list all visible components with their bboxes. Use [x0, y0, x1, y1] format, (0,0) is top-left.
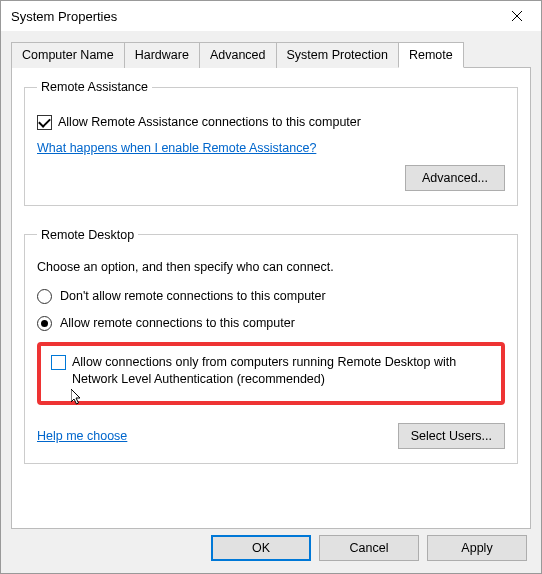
tab-strip: Computer Name Hardware Advanced System P…: [11, 41, 531, 68]
allow-remote-assistance-label: Allow Remote Assistance connections to t…: [58, 114, 361, 131]
remote-desktop-legend: Remote Desktop: [37, 228, 138, 242]
disallow-remote-label: Don't allow remote connections to this c…: [60, 288, 326, 305]
window-title: System Properties: [11, 9, 117, 24]
titlebar: System Properties: [1, 1, 541, 31]
cancel-button[interactable]: Cancel: [319, 535, 419, 561]
allow-remote-assistance-checkbox[interactable]: [37, 115, 52, 130]
allow-remote-assistance-row[interactable]: Allow Remote Assistance connections to t…: [37, 114, 505, 131]
remote-desktop-group: Remote Desktop Choose an option, and the…: [24, 228, 518, 465]
nla-checkbox[interactable]: [51, 355, 66, 370]
nla-checkbox-label: Allow connections only from computers ru…: [72, 354, 491, 388]
disallow-remote-radio[interactable]: [37, 289, 52, 304]
disallow-remote-option[interactable]: Don't allow remote connections to this c…: [37, 288, 505, 305]
content-area: Computer Name Hardware Advanced System P…: [1, 31, 541, 573]
close-button[interactable]: [501, 2, 533, 30]
system-properties-window: System Properties Computer Name Hardware…: [0, 0, 542, 574]
remote-assistance-legend: Remote Assistance: [37, 80, 152, 94]
tab-system-protection[interactable]: System Protection: [276, 42, 399, 68]
tab-advanced[interactable]: Advanced: [199, 42, 277, 68]
tab-computer-name[interactable]: Computer Name: [11, 42, 125, 68]
apply-button[interactable]: Apply: [427, 535, 527, 561]
select-users-button[interactable]: Select Users...: [398, 423, 505, 449]
ok-button[interactable]: OK: [211, 535, 311, 561]
remote-assistance-group: Remote Assistance Allow Remote Assistanc…: [24, 80, 518, 206]
nla-highlight: Allow connections only from computers ru…: [37, 342, 505, 406]
tab-hardware[interactable]: Hardware: [124, 42, 200, 68]
allow-remote-label: Allow remote connections to this compute…: [60, 315, 295, 332]
remote-desktop-instructions: Choose an option, and then specify who c…: [37, 260, 505, 274]
cursor-icon: [71, 389, 83, 407]
tab-body-remote: Remote Assistance Allow Remote Assistanc…: [11, 68, 531, 529]
dialog-buttons: OK Cancel Apply: [11, 529, 531, 561]
allow-remote-option[interactable]: Allow remote connections to this compute…: [37, 315, 505, 332]
remote-assistance-help-link[interactable]: What happens when I enable Remote Assist…: [37, 141, 316, 155]
close-icon: [511, 10, 523, 22]
remote-assistance-advanced-button[interactable]: Advanced...: [405, 165, 505, 191]
allow-remote-radio[interactable]: [37, 316, 52, 331]
help-me-choose-link[interactable]: Help me choose: [37, 429, 127, 443]
tab-remote[interactable]: Remote: [398, 42, 464, 68]
